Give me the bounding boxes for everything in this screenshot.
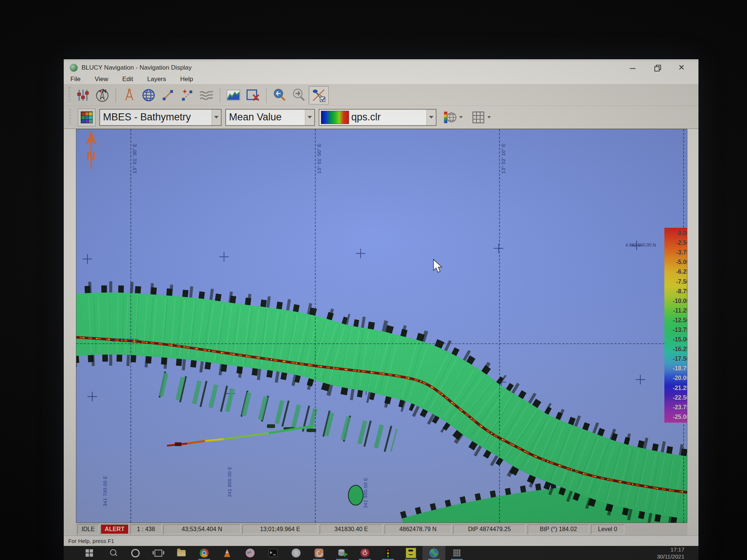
chevron-down-icon xyxy=(487,116,491,119)
longitude-gridline-label: 13° 02' 10" E xyxy=(501,143,506,174)
legend-tick: -15.00 xyxy=(673,337,687,343)
bathymetry-layer: N xyxy=(76,129,687,523)
vlc-button[interactable] xyxy=(216,546,239,560)
chrome-button[interactable] xyxy=(193,546,216,560)
app-globe-icon xyxy=(70,64,78,72)
legend-tick: -2.50 xyxy=(676,240,687,246)
layer-combo-arrow[interactable] xyxy=(212,110,221,125)
qr-app-button[interactable] xyxy=(445,546,468,560)
legend-tick: -13.75 xyxy=(673,327,687,333)
legend-tick: -7.50 xyxy=(676,279,687,285)
north-arrow: N xyxy=(86,131,96,169)
snipping-tool-button[interactable] xyxy=(239,546,262,560)
zoom-next-icon xyxy=(291,87,307,103)
restore-button[interactable] xyxy=(653,64,661,72)
north-arrow-label: N xyxy=(87,149,96,163)
echosounder-app-button[interactable] xyxy=(399,546,422,560)
menu-layers[interactable]: Layers xyxy=(147,76,166,83)
colormap-grid-button[interactable] xyxy=(78,109,96,126)
measure-line-button[interactable] xyxy=(158,86,177,104)
legend-tick: -17.50 xyxy=(673,356,687,362)
bathymetry-swath xyxy=(76,323,687,489)
chrome-icon xyxy=(200,549,209,557)
layer-toolbar: MBES - Bathymetry Mean Value qps.clr xyxy=(64,106,698,129)
legend-tick: -21.25 xyxy=(673,385,687,391)
colormap-grid-icon xyxy=(80,111,93,124)
compass-button[interactable] xyxy=(93,86,112,104)
status-longitude: 13;01;49.964 E xyxy=(242,524,318,534)
terminal-button[interactable] xyxy=(262,546,285,560)
task-view-icon xyxy=(155,550,162,557)
chevron-down-icon xyxy=(459,116,463,119)
depth-color-legend: 0.00 -2.50 -3.75 -5.00 -6.25 -7.50 -8.75… xyxy=(664,228,687,423)
clock-time: 17:17 xyxy=(657,546,684,553)
layer-select-combo[interactable]: MBES - Bathymetry xyxy=(99,109,222,126)
divider-tool-icon xyxy=(122,88,136,102)
legend-tick: 0.00 xyxy=(678,230,687,236)
spiral-app-button[interactable] xyxy=(308,546,331,560)
add-line-icon xyxy=(180,88,194,102)
vlc-cone-icon xyxy=(223,549,231,557)
projection-globe-button[interactable] xyxy=(139,86,158,104)
value-combo-arrow[interactable] xyxy=(305,110,314,125)
toolbar-separator xyxy=(266,87,266,103)
menu-view[interactable]: View xyxy=(94,76,108,83)
cortana-button[interactable] xyxy=(124,546,147,560)
zoom-previous-icon xyxy=(272,87,288,103)
zoom-next-button[interactable] xyxy=(289,86,309,104)
divider-tool-button[interactable] xyxy=(120,86,139,104)
power-app-button[interactable] xyxy=(353,546,376,560)
clear-selection-icon xyxy=(245,87,260,103)
map-canvas[interactable]: N 13° 01' 30" E 13° 01' 50" E 13° 02' 10… xyxy=(76,129,687,523)
zoom-previous-button[interactable] xyxy=(270,86,289,104)
s-app-button[interactable] xyxy=(285,546,308,560)
window-title: BLUCY Navigation - Navigation Display xyxy=(82,64,192,71)
colormap-combo-arrow[interactable] xyxy=(426,110,436,125)
waves-button[interactable] xyxy=(197,86,216,104)
longitude-gridline xyxy=(499,129,500,523)
longitude-gridline xyxy=(130,129,131,523)
layer-select-value: MBES - Bathymetry xyxy=(103,111,191,123)
scissors-icon xyxy=(246,549,255,557)
colormap-select-value: qps.clr xyxy=(351,111,381,123)
edit-validate-icon xyxy=(311,87,326,103)
search-button[interactable] xyxy=(101,546,124,560)
close-button[interactable] xyxy=(678,64,686,72)
traffic-light-app-button[interactable] xyxy=(376,546,399,560)
menu-help[interactable]: Help xyxy=(180,76,193,83)
legend-tick: -16.25 xyxy=(673,346,687,352)
navigation-app-button[interactable] xyxy=(422,546,445,560)
s-app-icon xyxy=(292,549,301,557)
legend-tick: -25.00 xyxy=(673,414,687,420)
legend-tick: -22.50 xyxy=(673,395,687,401)
value-select-combo[interactable]: Mean Value xyxy=(225,109,315,126)
palette-globe-icon xyxy=(442,110,457,125)
legend-tick: -5.00 xyxy=(676,259,687,265)
status-northing: 4862478.79 N xyxy=(385,524,451,534)
clear-selection-button[interactable] xyxy=(243,86,262,104)
main-toolbar xyxy=(64,84,698,106)
profile-chart-button[interactable] xyxy=(224,86,243,104)
palette-globe-button[interactable] xyxy=(440,109,465,126)
power-icon xyxy=(361,549,369,557)
file-explorer-button[interactable] xyxy=(170,546,193,560)
menu-file[interactable]: File xyxy=(70,76,80,83)
database-app-button[interactable] xyxy=(331,546,353,560)
colormap-select-combo[interactable]: qps.clr xyxy=(319,109,436,126)
status-distance-to-point: DtP 4874479.25 xyxy=(453,524,526,534)
longitude-gridline-label: 13° 01' 50" E xyxy=(316,143,322,174)
status-mode: IDLE xyxy=(77,524,99,534)
edit-validate-button[interactable] xyxy=(309,86,329,104)
colormap-gradient-swatch xyxy=(321,111,349,124)
database-play-icon xyxy=(338,550,345,556)
display-sliders-button[interactable] xyxy=(73,86,93,104)
task-view-button[interactable] xyxy=(147,546,170,560)
menu-edit[interactable]: Edit xyxy=(122,76,133,83)
chevron-down-icon xyxy=(429,116,434,119)
add-line-button[interactable] xyxy=(177,86,197,104)
taskbar-clock[interactable]: 17:17 30/11/2021 xyxy=(657,546,698,560)
grid-view-button[interactable] xyxy=(469,109,494,126)
start-button[interactable] xyxy=(78,546,101,560)
minimize-button[interactable] xyxy=(629,64,637,72)
longitude-gridline-label: 13° 01' 30" E xyxy=(132,143,137,174)
